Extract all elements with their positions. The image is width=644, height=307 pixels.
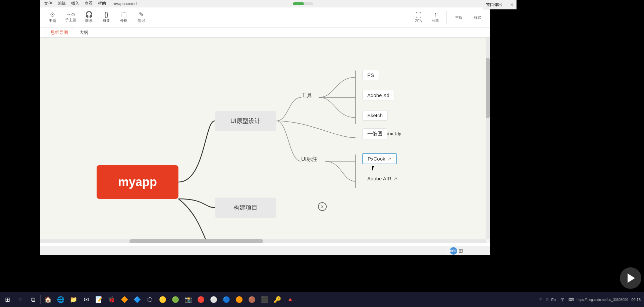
horizontal-scrollbar[interactable] — [40, 239, 486, 243]
right-panel-close[interactable]: ✕ — [510, 2, 514, 7]
zen-button[interactable]: ⛶ ZEN — [412, 11, 426, 24]
share-label: 分享 — [432, 18, 439, 23]
start-button[interactable]: ⊞ — [1, 294, 13, 306]
minimize-button[interactable]: ─ — [469, 1, 474, 6]
taskbar-app-17[interactable]: 🟤 — [246, 294, 258, 306]
zen-label: ZEN — [415, 19, 422, 23]
connect-label: 联系 — [85, 18, 93, 23]
toolbar-notes[interactable]: ✎ 笔记 — [133, 10, 149, 25]
title-filename: myapp.xmind — [113, 1, 137, 6]
search-icon: ○ — [18, 296, 22, 303]
sub-topic-icon: →⊙ — [66, 12, 75, 17]
ps-node[interactable]: PS — [362, 70, 379, 80]
input-method-en[interactable]: En — [550, 297, 557, 302]
taskbar-app-4[interactable]: ✉ — [80, 294, 92, 306]
taskbar-app-8[interactable]: 🔷 — [131, 294, 143, 306]
sketch-node[interactable]: Sketch — [362, 110, 388, 121]
main-topic-label: 主题 — [49, 18, 56, 23]
taskbar-app-2[interactable]: 🌐 — [55, 294, 67, 306]
root-label: myapp — [118, 175, 157, 189]
pxcook-node[interactable]: PxCook ↗ — [362, 153, 397, 164]
mouse-cursor — [372, 166, 376, 172]
tab-mindmap[interactable]: 思维导图 — [46, 28, 73, 37]
toolbar-boundary[interactable]: ⬚ 外框 — [116, 10, 132, 25]
taskbar-app-3[interactable]: 📁 — [67, 294, 79, 306]
toolbar-master[interactable]: 主版 — [451, 13, 467, 21]
taskbar-app-14[interactable]: ⚪ — [208, 294, 220, 306]
toolbar-connect[interactable]: 🎧 联系 — [81, 10, 97, 25]
taskbar-app-9[interactable]: ⬡ — [144, 294, 156, 306]
main-window: 文件 编辑 插入 查看 帮助 myapp.xmind ─ □ ✕ ⊙ 主题 →⊙… — [40, 0, 490, 255]
ui-annotation-node[interactable]: UI标注 — [301, 156, 317, 163]
ui-design-node[interactable]: UI原型设计 — [215, 111, 276, 131]
share-button[interactable]: ↑ 分享 — [428, 10, 442, 25]
build-node[interactable]: 构建项目 — [215, 198, 276, 218]
boundary-icon: ⬚ — [121, 11, 127, 17]
progress-bar — [293, 2, 313, 5]
taskbar-app-12[interactable]: 📸 — [182, 294, 194, 306]
taskbar-app-18[interactable]: ⬛ — [259, 294, 271, 306]
taskbar-app-16[interactable]: 🟠 — [233, 294, 245, 306]
taskbar-app-15[interactable]: 🔵 — [220, 294, 232, 306]
adobe-air-ext-icon: ↗ — [393, 176, 397, 181]
toolbar-main-topic[interactable]: ⊙ 主题 — [44, 10, 60, 25]
taskbar-map-icon[interactable]: ⊞ — [545, 298, 548, 302]
tab-outline[interactable]: 大纲 — [74, 28, 93, 37]
summary-icon: {} — [104, 11, 108, 17]
taskbar-sep-1 — [40, 295, 41, 304]
canvas-area[interactable]: myapp UI原型设计 工具 PS Adobe Xd Sketch 一倍图 — — [40, 38, 490, 243]
adobe-air-node[interactable]: Adobe AIR ↗ — [362, 173, 402, 184]
taskbar-app-11[interactable]: 🟢 — [169, 294, 181, 306]
yibeitu-node[interactable]: 一倍图 — [362, 128, 387, 139]
status-bar: 100%13 ⊞ — [40, 246, 490, 255]
vertical-scrollbar[interactable] — [486, 38, 490, 239]
boundary-label: 外框 — [120, 18, 127, 23]
master-label: 主版 — [455, 15, 463, 20]
root-node[interactable]: myapp — [97, 165, 178, 199]
toolbar-style[interactable]: 样式 — [470, 13, 486, 21]
search-button[interactable]: ○ — [14, 294, 26, 306]
task-view-icon: ⧉ — [31, 296, 35, 303]
menu-insert[interactable]: 插入 — [70, 1, 80, 6]
input-keyboard[interactable]: ⌨ — [567, 297, 575, 303]
menu-view[interactable]: 查看 — [83, 1, 94, 6]
toolbar-sub-topic[interactable]: →⊙ 子主题 — [62, 11, 79, 24]
toolbar-separator-2 — [446, 11, 447, 24]
zoom-indicator[interactable]: 100%13 — [450, 247, 457, 255]
left-black-area — [0, 0, 40, 255]
adobe-xd-node[interactable]: Adobe Xd — [362, 90, 394, 100]
taskbar: ⊞ ○ ⧉ 🏠 🌐 📁 ✉ 📝 🐞 🔶 🔷 ⬡ 🟡 🟢 📸 🔴 ⚪ 🔵 🟠 🟤 … — [0, 292, 644, 307]
taskbar-app-13[interactable]: 🔴 — [195, 294, 207, 306]
taskbar-app-19[interactable]: 🔑 — [271, 294, 283, 306]
restore-button[interactable]: □ — [476, 1, 480, 6]
vertical-scrollbar-thumb[interactable] — [486, 58, 490, 118]
tools-node[interactable]: 工具 — [301, 92, 312, 99]
taskbar-app-10[interactable]: 🟡 — [157, 294, 169, 306]
map-view-icon[interactable]: ⊞ — [459, 248, 463, 254]
right-panel: 窗口弹出 ✕ — [483, 0, 517, 9]
menu-file[interactable]: 文件 — [43, 1, 54, 6]
video-button[interactable] — [620, 267, 641, 289]
taskbar-app-1[interactable]: 🏠 — [42, 294, 54, 306]
menu-help[interactable]: 帮助 — [97, 1, 107, 6]
connect-icon: 🎧 — [85, 11, 93, 17]
taskbar-app-20[interactable]: 🔺 — [284, 294, 296, 306]
toolbar: ⊙ 主题 →⊙ 子主题 🎧 联系 {} 概要 ⬚ 外框 ✎ 笔记 ⛶ ZEN — [40, 7, 490, 28]
progress-fill — [293, 2, 304, 5]
horizontal-scrollbar-thumb[interactable] — [129, 239, 263, 243]
taskbar-app-7[interactable]: 🔶 — [118, 294, 130, 306]
task-view-button[interactable]: ⧉ — [27, 294, 39, 306]
taskbar-right: 主 ⊞ En ·半 ⌨ https://blog.csdn.net/qq_336… — [538, 297, 643, 303]
menu-edit[interactable]: 编辑 — [56, 1, 67, 6]
taskbar-app-5[interactable]: 📝 — [93, 294, 105, 306]
toolbar-summary[interactable]: {} 概要 — [98, 10, 114, 25]
input-half[interactable]: ·半 — [558, 297, 566, 303]
build-badge: 2 — [318, 202, 327, 211]
ui-design-label: UI原型设计 — [230, 117, 261, 125]
toolbar-right: ⛶ ZEN ↑ 分享 主版 样式 — [412, 10, 486, 25]
taskbar-app-6[interactable]: 🐞 — [106, 294, 118, 306]
notes-icon: ✎ — [139, 11, 144, 17]
play-icon — [628, 273, 635, 283]
yibeitu-container: 一倍图 — 1px = 1pt = 1dp — [362, 131, 401, 136]
share-icon: ↑ — [434, 11, 437, 17]
